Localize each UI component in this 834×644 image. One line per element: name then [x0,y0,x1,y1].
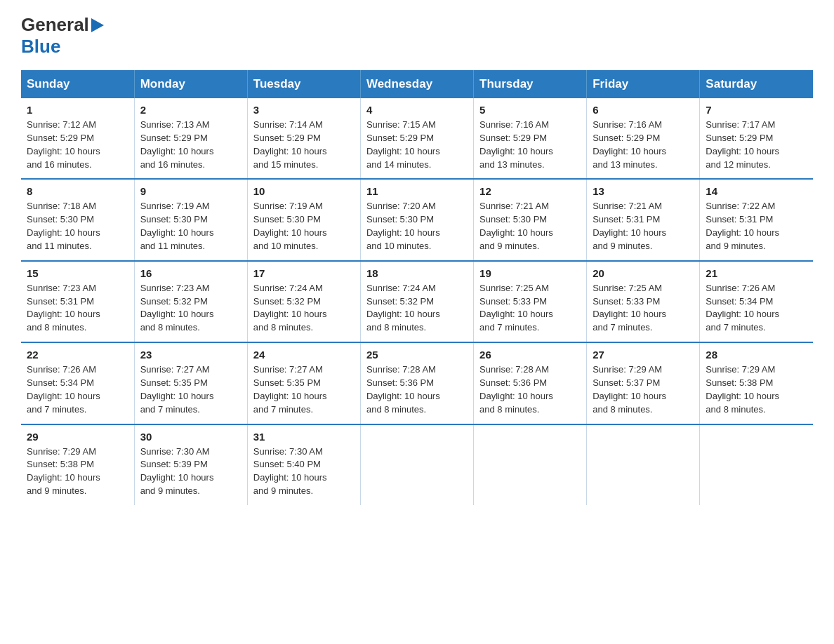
day-info: Sunrise: 7:29 AMSunset: 5:37 PMDaylight:… [593,363,694,416]
calendar-cell: 27 Sunrise: 7:29 AMSunset: 5:37 PMDaylig… [587,342,700,424]
day-info: Sunrise: 7:15 AMSunset: 5:29 PMDaylight:… [366,119,468,171]
day-info: Sunrise: 7:23 AMSunset: 5:32 PMDaylight:… [140,282,241,335]
calendar-cell: 8 Sunrise: 7:18 AMSunset: 5:30 PMDayligh… [21,179,134,260]
day-number: 30 [140,431,241,443]
calendar-cell: 9 Sunrise: 7:19 AMSunset: 5:30 PMDayligh… [134,179,247,260]
calendar-cell: 22 Sunrise: 7:26 AMSunset: 5:34 PMDaylig… [21,342,134,424]
calendar-cell: 6 Sunrise: 7:16 AMSunset: 5:29 PMDayligh… [587,98,700,179]
svg-marker-0 [91,18,104,32]
day-number: 25 [366,349,468,361]
calendar-cell: 30 Sunrise: 7:30 AMSunset: 5:39 PMDaylig… [134,424,247,505]
day-number: 22 [27,349,128,361]
day-info: Sunrise: 7:28 AMSunset: 5:36 PMDaylight:… [479,363,581,416]
day-info: Sunrise: 7:28 AMSunset: 5:36 PMDaylight:… [366,363,468,416]
day-number: 13 [593,185,694,197]
calendar-cell: 29 Sunrise: 7:29 AMSunset: 5:38 PMDaylig… [21,424,134,505]
day-number: 9 [140,185,241,197]
calendar-cell: 1 Sunrise: 7:12 AMSunset: 5:29 PMDayligh… [21,98,134,179]
calendar-cell [587,424,700,505]
day-number: 23 [140,349,241,361]
day-number: 11 [366,185,468,197]
calendar-cell: 25 Sunrise: 7:28 AMSunset: 5:36 PMDaylig… [360,342,473,424]
calendar-cell: 31 Sunrise: 7:30 AMSunset: 5:40 PMDaylig… [247,424,360,505]
day-info: Sunrise: 7:22 AMSunset: 5:31 PMDaylight:… [706,200,807,253]
calendar-cell [700,424,813,505]
day-number: 10 [253,185,355,197]
header-thursday: Thursday [474,70,587,98]
day-info: Sunrise: 7:25 AMSunset: 5:33 PMDaylight:… [593,282,694,335]
calendar-cell: 19 Sunrise: 7:25 AMSunset: 5:33 PMDaylig… [474,261,587,342]
day-info: Sunrise: 7:20 AMSunset: 5:30 PMDaylight:… [366,200,468,253]
calendar-cell [360,424,473,505]
calendar-cell: 20 Sunrise: 7:25 AMSunset: 5:33 PMDaylig… [587,261,700,342]
day-info: Sunrise: 7:27 AMSunset: 5:35 PMDaylight:… [140,363,241,416]
calendar-cell: 12 Sunrise: 7:21 AMSunset: 5:30 PMDaylig… [474,179,587,260]
calendar-cell: 18 Sunrise: 7:24 AMSunset: 5:32 PMDaylig… [360,261,473,342]
day-info: Sunrise: 7:27 AMSunset: 5:35 PMDaylight:… [253,363,355,416]
day-info: Sunrise: 7:13 AMSunset: 5:29 PMDaylight:… [140,119,241,171]
header-sunday: Sunday [21,70,134,98]
day-number: 26 [479,349,581,361]
calendar-header-row: SundayMondayTuesdayWednesdayThursdayFrid… [21,70,813,98]
calendar-cell: 15 Sunrise: 7:23 AMSunset: 5:31 PMDaylig… [21,261,134,342]
calendar-cell: 17 Sunrise: 7:24 AMSunset: 5:32 PMDaylig… [247,261,360,342]
day-number: 17 [253,267,355,279]
calendar-cell [474,424,587,505]
day-info: Sunrise: 7:26 AMSunset: 5:34 PMDaylight:… [706,282,807,335]
day-number: 18 [366,267,468,279]
day-info: Sunrise: 7:19 AMSunset: 5:30 PMDaylight:… [253,200,355,253]
calendar-week-row: 22 Sunrise: 7:26 AMSunset: 5:34 PMDaylig… [21,342,813,424]
logo-arrow-icon [91,18,104,35]
calendar-week-row: 29 Sunrise: 7:29 AMSunset: 5:38 PMDaylig… [21,424,813,505]
calendar-cell: 21 Sunrise: 7:26 AMSunset: 5:34 PMDaylig… [700,261,813,342]
calendar-cell: 2 Sunrise: 7:13 AMSunset: 5:29 PMDayligh… [134,98,247,179]
day-number: 28 [706,349,807,361]
page-header: General Blue [21,14,813,58]
logo-general-text: General [21,14,89,36]
calendar-cell: 28 Sunrise: 7:29 AMSunset: 5:38 PMDaylig… [700,342,813,424]
calendar-cell: 16 Sunrise: 7:23 AMSunset: 5:32 PMDaylig… [134,261,247,342]
day-number: 14 [706,185,807,197]
calendar-cell: 13 Sunrise: 7:21 AMSunset: 5:31 PMDaylig… [587,179,700,260]
day-number: 16 [140,267,241,279]
calendar-cell: 3 Sunrise: 7:14 AMSunset: 5:29 PMDayligh… [247,98,360,179]
day-number: 24 [253,349,355,361]
day-number: 29 [27,431,128,443]
day-number: 4 [366,104,468,116]
day-info: Sunrise: 7:26 AMSunset: 5:34 PMDaylight:… [27,363,128,416]
day-number: 3 [253,104,355,116]
day-info: Sunrise: 7:24 AMSunset: 5:32 PMDaylight:… [253,282,355,335]
day-info: Sunrise: 7:21 AMSunset: 5:30 PMDaylight:… [479,200,581,253]
header-monday: Monday [134,70,247,98]
day-info: Sunrise: 7:24 AMSunset: 5:32 PMDaylight:… [366,282,468,335]
day-info: Sunrise: 7:16 AMSunset: 5:29 PMDaylight:… [593,119,694,171]
day-info: Sunrise: 7:30 AMSunset: 5:39 PMDaylight:… [140,445,241,498]
day-number: 5 [479,104,581,116]
day-info: Sunrise: 7:12 AMSunset: 5:29 PMDaylight:… [27,119,128,171]
day-number: 20 [593,267,694,279]
logo: General Blue [21,14,104,58]
calendar-cell: 23 Sunrise: 7:27 AMSunset: 5:35 PMDaylig… [134,342,247,424]
day-number: 31 [253,431,355,443]
header-saturday: Saturday [700,70,813,98]
calendar-cell: 24 Sunrise: 7:27 AMSunset: 5:35 PMDaylig… [247,342,360,424]
day-number: 8 [27,185,128,197]
day-info: Sunrise: 7:17 AMSunset: 5:29 PMDaylight:… [706,119,807,171]
day-info: Sunrise: 7:23 AMSunset: 5:31 PMDaylight:… [27,282,128,335]
day-number: 27 [593,349,694,361]
day-info: Sunrise: 7:19 AMSunset: 5:30 PMDaylight:… [140,200,241,253]
day-number: 1 [27,104,128,116]
day-info: Sunrise: 7:21 AMSunset: 5:31 PMDaylight:… [593,200,694,253]
header-friday: Friday [587,70,700,98]
calendar-cell: 14 Sunrise: 7:22 AMSunset: 5:31 PMDaylig… [700,179,813,260]
header-tuesday: Tuesday [247,70,360,98]
day-number: 19 [479,267,581,279]
day-number: 7 [706,104,807,116]
day-info: Sunrise: 7:30 AMSunset: 5:40 PMDaylight:… [253,445,355,498]
header-wednesday: Wednesday [360,70,473,98]
calendar-cell: 5 Sunrise: 7:16 AMSunset: 5:29 PMDayligh… [474,98,587,179]
day-number: 12 [479,185,581,197]
day-info: Sunrise: 7:16 AMSunset: 5:29 PMDaylight:… [479,119,581,171]
calendar-cell: 10 Sunrise: 7:19 AMSunset: 5:30 PMDaylig… [247,179,360,260]
calendar-week-row: 8 Sunrise: 7:18 AMSunset: 5:30 PMDayligh… [21,179,813,260]
